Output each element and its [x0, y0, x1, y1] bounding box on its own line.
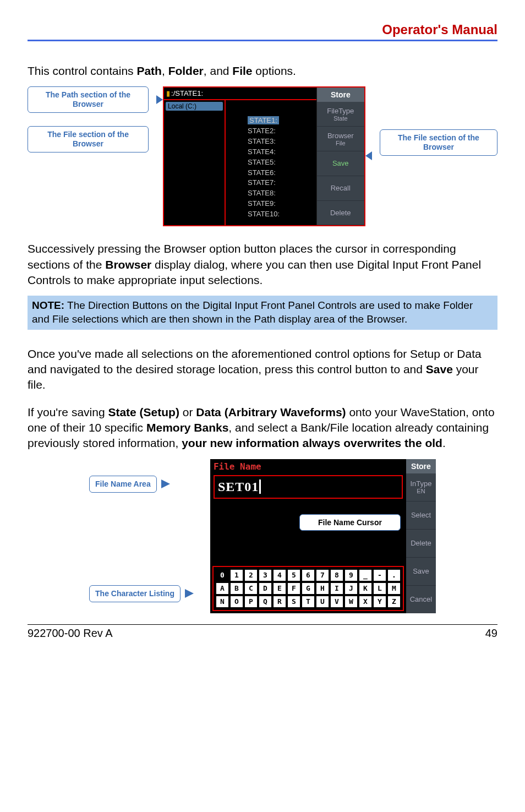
- page-header: Operator's Manual: [28, 22, 497, 41]
- state-item[interactable]: STATE2:: [248, 126, 311, 137]
- key[interactable]: 9: [344, 569, 358, 581]
- save-button[interactable]: Save: [317, 151, 364, 176]
- browser-screen: ▮:/STATE1: Local (C:) STATE1: STATE2: ST…: [163, 86, 365, 226]
- key[interactable]: 2: [244, 569, 258, 581]
- key[interactable]: Y: [373, 596, 386, 608]
- btn-sub: EN: [406, 488, 436, 494]
- key[interactable]: H: [316, 582, 329, 595]
- key[interactable]: U: [316, 596, 329, 608]
- state-item[interactable]: STATE5:: [248, 157, 311, 168]
- local-drive[interactable]: Local (C:): [166, 102, 223, 111]
- key[interactable]: Z: [387, 596, 401, 608]
- filename-value: SET01: [218, 479, 259, 494]
- key[interactable]: M: [387, 582, 401, 595]
- key[interactable]: O: [230, 596, 243, 608]
- text: , and: [204, 64, 233, 77]
- text: State (Setup): [108, 406, 179, 418]
- disk-icon: ▮: [166, 89, 170, 97]
- key[interactable]: X: [359, 596, 372, 608]
- text: Once you've made all selections on the a…: [28, 347, 482, 375]
- text: ,: [162, 64, 168, 77]
- state-item[interactable]: STATE6:: [248, 168, 311, 178]
- key[interactable]: -: [373, 569, 386, 581]
- key[interactable]: F: [287, 582, 300, 595]
- text: your new information always overwrites t…: [182, 437, 442, 449]
- filename-field[interactable]: SET01: [214, 475, 403, 499]
- btn-label: FileType: [317, 107, 364, 115]
- state-item[interactable]: STATE4:: [248, 147, 311, 157]
- text: Save: [426, 363, 453, 375]
- cancel-button[interactable]: Cancel: [406, 586, 436, 613]
- note-text: The Direction Buttons on the Digital Inp…: [32, 299, 473, 325]
- figure-filename: File Name Area The Character Listing Fil…: [28, 459, 497, 613]
- paragraph-1: This control contains Path, Folder, and …: [28, 63, 497, 79]
- intype-button[interactable]: InType EN: [406, 473, 436, 502]
- btn-sub: State: [317, 115, 364, 122]
- key[interactable]: V: [330, 596, 343, 608]
- filename-cursor: [259, 479, 261, 494]
- recall-button[interactable]: Recall: [317, 176, 364, 201]
- state-item[interactable]: STATE10:: [248, 209, 311, 220]
- kbd-row-1: 0 1 2 3 4 5 6 7 8 9 _ - .: [216, 569, 401, 581]
- store-sidebar: Store FileType State Browser File Save R…: [316, 88, 364, 225]
- state-item[interactable]: STATE7:: [248, 178, 311, 188]
- paragraph-3: Once you've made all selections on the a…: [28, 346, 497, 393]
- keyboard: 0 1 2 3 4 5 6 7 8 9 _ - .: [212, 566, 404, 611]
- key[interactable]: 7: [316, 569, 329, 581]
- select-button[interactable]: Select: [406, 502, 436, 530]
- key[interactable]: D: [259, 582, 272, 595]
- note-box: NOTE: The Direction Buttons on the Digit…: [28, 296, 497, 329]
- key[interactable]: 3: [259, 569, 272, 581]
- key[interactable]: B: [230, 582, 243, 595]
- key[interactable]: J: [344, 582, 358, 595]
- footer-right: 49: [485, 627, 497, 640]
- key[interactable]: 0: [216, 569, 229, 581]
- delete-button[interactable]: Delete: [406, 530, 436, 558]
- key[interactable]: T: [302, 596, 315, 608]
- browser-folder-pane: Local (C:): [164, 100, 226, 225]
- path-display: ▮:/STATE1:: [164, 88, 316, 100]
- text: or: [179, 406, 196, 418]
- footer-left: 922700-00 Rev A: [28, 627, 113, 640]
- sidebar-title: Store: [317, 88, 364, 102]
- key[interactable]: N: [216, 596, 229, 608]
- key[interactable]: G: [302, 582, 315, 595]
- text: If you're saving: [28, 406, 108, 418]
- filename-screen: File Name SET01 File Name Cursor 0 1 2 3…: [210, 459, 436, 613]
- key[interactable]: P: [244, 596, 258, 608]
- callout-path-section: The Path section of the Browser: [28, 86, 149, 113]
- paragraph-4: If you're saving State (Setup) or Data (…: [28, 405, 497, 451]
- note-label: NOTE:: [32, 299, 64, 311]
- path-text: :/STATE1:: [171, 89, 203, 97]
- key[interactable]: 1: [230, 569, 243, 581]
- save-button[interactable]: Save: [406, 558, 436, 586]
- delete-button[interactable]: Delete: [317, 201, 364, 226]
- key[interactable]: L: [373, 582, 386, 595]
- browser-button[interactable]: Browser File: [317, 127, 364, 151]
- key[interactable]: I: [330, 582, 343, 595]
- key[interactable]: 8: [330, 569, 343, 581]
- state-item[interactable]: STATE8:: [248, 188, 311, 199]
- key[interactable]: 6: [302, 569, 315, 581]
- key[interactable]: 5: [287, 569, 300, 581]
- key[interactable]: C: [244, 582, 258, 595]
- key[interactable]: 4: [273, 569, 286, 581]
- btn-label: Browser: [317, 132, 364, 140]
- figure-browser: The Path section of the Browser The File…: [28, 86, 497, 230]
- text: Path: [136, 64, 162, 77]
- paragraph-2: Successively pressing the Browser option…: [28, 241, 497, 288]
- filetype-button[interactable]: FileType State: [317, 102, 364, 127]
- key[interactable]: Q: [259, 596, 272, 608]
- state-item[interactable]: STATE9:: [248, 199, 311, 209]
- page-footer: 922700-00 Rev A 49: [28, 624, 497, 640]
- key[interactable]: S: [287, 596, 300, 608]
- key[interactable]: R: [273, 596, 286, 608]
- key[interactable]: _: [359, 569, 372, 581]
- state-item[interactable]: STATE3:: [248, 137, 311, 147]
- key[interactable]: W: [344, 596, 358, 608]
- key[interactable]: .: [387, 569, 401, 581]
- key[interactable]: K: [359, 582, 372, 595]
- key[interactable]: A: [216, 582, 229, 595]
- key[interactable]: E: [273, 582, 286, 595]
- state-item-selected[interactable]: STATE1:: [248, 116, 279, 124]
